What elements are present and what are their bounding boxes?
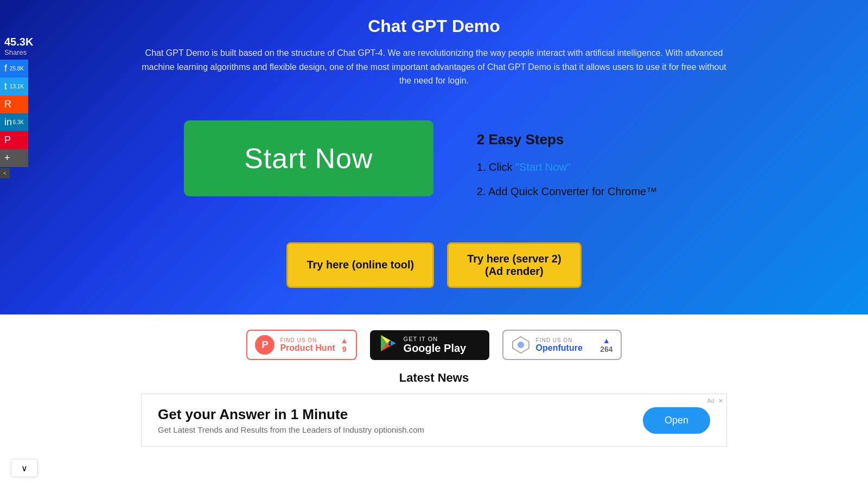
reddit-share-button[interactable]: R [0, 95, 28, 113]
steps-title: 2 Easy Steps [477, 131, 657, 148]
hide-sidebar-button[interactable]: < [0, 168, 10, 178]
product-hunt-icon: P [255, 335, 275, 355]
ph-count-block: ▲ 9 [341, 336, 348, 354]
openfuture-icon [511, 335, 531, 355]
try-server2-button[interactable]: Try here (server 2) (Ad render) [447, 242, 581, 288]
shares-count: 45.3K Shares [0, 33, 37, 60]
of-arrow-icon: ▲ [603, 336, 610, 345]
openfuture-text: FIND US ON Openfuture [536, 337, 583, 353]
ad-subtitle: Get Latest Trends and Results from the L… [158, 425, 424, 434]
linkedin-icon: in [4, 117, 12, 128]
shares-label: Shares [4, 48, 33, 56]
google-play-text: GET IT ON Google Play [404, 336, 467, 355]
twitter-count: 13.1K [10, 84, 24, 89]
badges-row: P FIND US ON Product Hunt ▲ 9 GET [0, 330, 868, 360]
gp-name: Google Play [404, 342, 467, 355]
chevron-down-icon: ∨ [21, 463, 28, 473]
ad-label: Ad [707, 397, 714, 404]
step-2: 2. Add Quick Converter for Chrome™ [477, 185, 657, 198]
buttons-row: Try here (online tool) Try here (server … [0, 242, 868, 288]
google-play-badge[interactable]: GET IT ON Google Play [370, 330, 489, 360]
step-1: 1. Click "Start Now" [477, 161, 657, 174]
svg-point-5 [518, 342, 524, 348]
twitter-share-button[interactable]: t 13.1K [0, 78, 28, 95]
ad-banner: Ad ✕ Get your Answer in 1 Minute Get Lat… [141, 394, 727, 447]
ad-close-button[interactable]: ✕ [718, 397, 723, 404]
page-title: Chat GPT Demo [0, 0, 868, 36]
content-row: Start Now 2 Easy Steps 1. Click "Start N… [0, 120, 868, 210]
start-now-link[interactable]: "Start Now" [515, 161, 571, 173]
reddit-icon: R [4, 99, 11, 110]
linkedin-share-button[interactable]: in 6.3K [0, 113, 28, 131]
steps-section: 2 Easy Steps 1. Click "Start Now" 2. Add… [477, 120, 657, 210]
try-online-button[interactable]: Try here (online tool) [286, 242, 434, 288]
ad-open-button[interactable]: Open [643, 407, 710, 434]
try-server2-line2: (Ad render) [485, 265, 544, 277]
ph-find-us-label: FIND US ON [280, 337, 335, 343]
bottom-section: P FIND US ON Product Hunt ▲ 9 GET [0, 314, 868, 447]
svg-marker-3 [391, 341, 396, 346]
of-name: Openfuture [536, 343, 583, 353]
step1-prefix: 1. Click [477, 161, 515, 173]
ph-name: Product Hunt [280, 343, 335, 353]
pinterest-share-button[interactable]: P [0, 131, 28, 149]
main-background: Chat GPT Demo Chat GPT Demo is built bas… [0, 0, 868, 314]
page-description: Chat GPT Demo is built based on the stru… [136, 46, 732, 88]
facebook-icon: f [4, 63, 7, 74]
total-shares: 45.3K [4, 36, 33, 48]
latest-news-title: Latest News [0, 371, 868, 385]
google-play-icon [380, 335, 397, 356]
facebook-share-button[interactable]: f 25.8K [0, 60, 28, 78]
more-share-button[interactable]: + [0, 149, 28, 167]
gp-get-it-label: GET IT ON [404, 336, 467, 342]
start-now-button[interactable]: Start Now [184, 120, 433, 196]
pinterest-icon: P [4, 134, 11, 146]
twitter-icon: t [4, 81, 7, 92]
ad-text-block: Get your Answer in 1 Minute Get Latest T… [158, 406, 424, 434]
of-count: 264 [600, 345, 612, 354]
facebook-count: 25.8K [10, 66, 24, 72]
ph-arrow-icon: ▲ [341, 336, 348, 345]
openfuture-badge[interactable]: FIND US ON Openfuture ▲ 264 [502, 330, 622, 360]
product-hunt-badge[interactable]: P FIND US ON Product Hunt ▲ 9 [246, 330, 356, 360]
ph-count: 9 [342, 345, 347, 354]
try-server2-line1: Try here (server 2) [467, 253, 561, 265]
social-sidebar: 45.3K Shares f 25.8K t 13.1K R in 6.3K P… [0, 33, 37, 178]
linkedin-count: 6.3K [12, 119, 24, 125]
of-count-block: ▲ 264 [600, 336, 612, 354]
of-find-us-label: FIND US ON [536, 337, 583, 343]
more-icon: + [4, 152, 10, 164]
scroll-down-button[interactable]: ∨ [11, 459, 38, 477]
ad-title: Get your Answer in 1 Minute [158, 406, 424, 423]
product-hunt-text: FIND US ON Product Hunt [280, 337, 335, 353]
